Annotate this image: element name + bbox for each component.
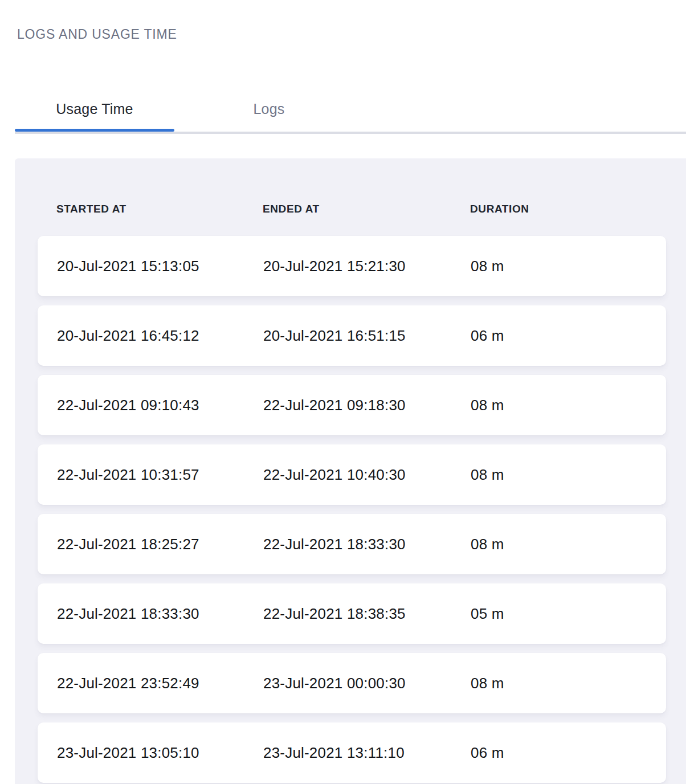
table-row: 22-Jul-2021 09:10:43 22-Jul-2021 09:18:3… <box>38 375 666 435</box>
ended-at-value: 23-Jul-2021 00:00:30 <box>263 675 471 692</box>
duration-value: 05 m <box>471 605 666 623</box>
duration-value: 08 m <box>471 258 666 275</box>
table-row: 20-Jul-2021 16:45:12 20-Jul-2021 16:51:1… <box>38 305 666 366</box>
ended-at-value: 20-Jul-2021 16:51:15 <box>263 327 471 345</box>
column-header-duration: DURATION <box>470 203 686 215</box>
started-at-value: 22-Jul-2021 23:52:49 <box>57 675 263 692</box>
ended-at-value: 22-Jul-2021 18:38:35 <box>263 605 471 623</box>
tab-usage-time[interactable]: Usage Time <box>15 87 174 132</box>
duration-value: 08 m <box>471 536 666 553</box>
column-header-ended-at: ENDED AT <box>263 203 470 215</box>
table-row: 22-Jul-2021 23:52:49 23-Jul-2021 00:00:3… <box>38 653 666 713</box>
started-at-value: 22-Jul-2021 09:10:43 <box>57 397 263 414</box>
ended-at-value: 22-Jul-2021 10:40:30 <box>263 466 471 484</box>
column-header-started-at: STARTED AT <box>56 203 263 215</box>
ended-at-value: 23-Jul-2021 13:11:10 <box>263 744 471 762</box>
table-row: 20-Jul-2021 15:13:05 20-Jul-2021 15:21:3… <box>38 236 666 296</box>
table-row: 22-Jul-2021 18:33:30 22-Jul-2021 18:38:3… <box>38 583 666 644</box>
duration-value: 08 m <box>471 675 666 692</box>
started-at-value: 22-Jul-2021 10:31:57 <box>57 466 263 484</box>
table-row: 23-Jul-2021 13:05:10 23-Jul-2021 13:11:1… <box>38 722 666 783</box>
duration-value: 08 m <box>471 397 666 414</box>
usage-time-panel: STARTED AT ENDED AT DURATION 20-Jul-2021… <box>15 158 686 784</box>
duration-value: 08 m <box>471 466 666 484</box>
started-at-value: 22-Jul-2021 18:25:27 <box>57 536 263 553</box>
ended-at-value: 22-Jul-2021 18:33:30 <box>263 536 471 553</box>
started-at-value: 20-Jul-2021 16:45:12 <box>57 327 263 345</box>
started-at-value: 23-Jul-2021 13:05:10 <box>57 744 263 762</box>
tab-bar: Usage Time Logs <box>15 87 686 134</box>
started-at-value: 22-Jul-2021 18:33:30 <box>57 605 263 623</box>
table-row: 22-Jul-2021 18:25:27 22-Jul-2021 18:33:3… <box>38 514 666 574</box>
table-header-row: STARTED AT ENDED AT DURATION <box>15 158 686 215</box>
tab-logs[interactable]: Logs <box>189 87 349 132</box>
ended-at-value: 20-Jul-2021 15:21:30 <box>263 258 471 275</box>
page-title: LOGS AND USAGE TIME <box>17 27 177 42</box>
ended-at-value: 22-Jul-2021 09:18:30 <box>263 397 471 414</box>
table-body: 20-Jul-2021 15:13:05 20-Jul-2021 15:21:3… <box>15 236 686 783</box>
duration-value: 06 m <box>471 744 666 762</box>
started-at-value: 20-Jul-2021 15:13:05 <box>57 258 263 275</box>
duration-value: 06 m <box>471 327 666 345</box>
table-row: 22-Jul-2021 10:31:57 22-Jul-2021 10:40:3… <box>38 444 666 505</box>
